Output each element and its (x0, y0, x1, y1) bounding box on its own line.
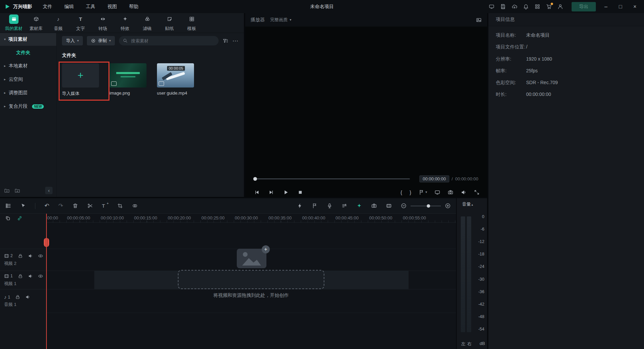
voiceover-icon[interactable] (327, 203, 332, 209)
link-icon[interactable] (17, 216, 22, 221)
tab-effects[interactable]: 特效 (115, 14, 135, 32)
tab-my-media[interactable]: 我的素材 (3, 14, 24, 32)
add-text-icon[interactable]: T+ (102, 203, 108, 209)
track-header-video-2[interactable]: 2 视频 2 (0, 249, 46, 271)
sidebar-item-compound-clip[interactable]: ▸ 复合片段 NEW (0, 100, 56, 113)
tab-templates[interactable]: 模板 (181, 14, 202, 32)
video-thumbnail[interactable]: 00:00:05 (157, 63, 194, 88)
apps-grid-icon[interactable] (535, 4, 540, 9)
play-icon[interactable] (283, 189, 289, 195)
import-media-thumb[interactable]: + (62, 63, 99, 88)
sidebar-item-local-media[interactable]: ▸ 本地素材 (0, 59, 56, 73)
fullscreen-icon[interactable] (474, 189, 480, 195)
marker-icon[interactable] (312, 203, 318, 209)
export-button[interactable]: 导出 (572, 2, 596, 11)
stop-icon[interactable] (297, 189, 303, 195)
speaker-icon[interactable] (461, 189, 466, 195)
import-button[interactable]: 导入 ▾ (62, 36, 83, 45)
preview-image-icon[interactable] (476, 17, 482, 23)
sidebar-item-cloud[interactable]: ▸ 云空间 (0, 73, 56, 86)
more-options-icon[interactable]: ⋯ (232, 37, 238, 44)
mark-out-icon[interactable]: } (410, 189, 411, 195)
zoom-out-icon[interactable] (401, 203, 407, 209)
tab-filters[interactable]: 滤镜 (137, 14, 158, 32)
menu-view[interactable]: 视图 (107, 4, 117, 10)
delete-icon[interactable] (72, 203, 78, 209)
second-screen-icon[interactable] (434, 189, 440, 195)
track-header-audio-1[interactable]: ♪1 音频 1 (0, 289, 46, 313)
minimize-button[interactable]: – (602, 4, 610, 10)
visibility-eye-icon[interactable] (38, 274, 43, 279)
timeline-drop-zone[interactable] (178, 270, 324, 289)
seek-knob[interactable] (253, 177, 257, 181)
display-mode-icon[interactable] (489, 4, 494, 9)
sidebar-item-folder[interactable]: 文件夹 (0, 46, 56, 59)
playhead-line[interactable] (46, 214, 47, 349)
import-media-tile[interactable]: + 导入媒体 (62, 63, 99, 97)
notification-icon[interactable] (523, 4, 529, 9)
timeline-lanes[interactable]: + 将视频和资源拖拽到此处，开始创作 (46, 222, 456, 349)
cart-icon[interactable] (546, 4, 552, 9)
marker-dropdown[interactable]: ▾ (419, 189, 427, 195)
smart-cut-icon[interactable] (356, 203, 362, 209)
lock-icon[interactable] (15, 294, 20, 300)
record-button[interactable]: 录制 ▾ (87, 36, 115, 45)
menu-tools[interactable]: 工具 (86, 4, 95, 10)
redo-icon[interactable]: ↷ (58, 203, 63, 209)
tab-text[interactable]: T 文字 (70, 14, 91, 32)
color-match-icon[interactable] (132, 203, 138, 209)
sidebar-item-adjustment-layer[interactable]: ▸ 调整图层 (0, 86, 56, 100)
delete-folder-icon[interactable] (14, 188, 20, 194)
menu-file[interactable]: 文件 (43, 4, 52, 10)
track-manager-icon[interactable] (5, 203, 11, 209)
new-folder-icon[interactable] (4, 188, 10, 194)
tab-transitions[interactable]: 转场 (92, 14, 113, 32)
snapshot-camera-icon[interactable] (371, 203, 377, 209)
image-thumbnail[interactable] (109, 63, 147, 88)
upload-cloud-icon[interactable] (512, 4, 517, 9)
visibility-eye-icon[interactable] (38, 253, 43, 258)
render-preview-icon[interactable] (297, 203, 303, 209)
tab-stickers[interactable]: 贴纸 (159, 14, 180, 32)
timeline-ruler[interactable]: 00:00 00:00:05:00 00:00:10:00 00:00:15:0… (46, 214, 456, 223)
zoom-slider-knob[interactable] (427, 204, 430, 208)
account-icon[interactable] (557, 4, 563, 9)
mark-in-icon[interactable]: { (400, 189, 402, 195)
snapshot-icon[interactable] (448, 189, 453, 195)
volume-meter-header[interactable]: 音量▴ (457, 201, 478, 207)
mute-speaker-icon[interactable] (28, 253, 33, 258)
menu-help[interactable]: 帮助 (129, 4, 138, 10)
tab-stock-library[interactable]: 素材库 (26, 14, 46, 32)
timeline-zoom-slider[interactable] (411, 204, 441, 208)
sidebar-item-project-media[interactable]: ▾ 项目素材 (0, 33, 56, 46)
search-box[interactable] (119, 36, 219, 45)
quality-dropdown[interactable]: 完整画质 ▾ (270, 17, 291, 23)
save-icon[interactable] (500, 4, 506, 9)
crop-icon[interactable] (117, 203, 123, 209)
track-header-video-1[interactable]: 1 视频 1 (0, 271, 46, 289)
maximize-button[interactable]: □ (616, 4, 625, 10)
undo-icon[interactable]: ↶ (44, 203, 49, 209)
media-item-video[interactable]: 00:00:05 user guide.mp4 (157, 63, 194, 97)
tab-audio[interactable]: ♪ 音频 (48, 14, 69, 32)
zoom-in-icon[interactable] (445, 203, 451, 209)
select-tool-icon[interactable] (20, 203, 26, 209)
collapse-sidebar-button[interactable]: ‹ (45, 187, 53, 194)
menu-edit[interactable]: 编辑 (64, 4, 74, 10)
step-forward-icon[interactable] (268, 189, 274, 195)
lock-icon[interactable] (18, 274, 23, 279)
filter-sort-icon[interactable] (223, 38, 228, 44)
media-item-image[interactable]: image.png (109, 63, 147, 97)
mute-speaker-icon[interactable] (28, 274, 33, 279)
freeze-frame-icon[interactable] (386, 203, 392, 209)
playhead-handle[interactable] (44, 238, 49, 247)
lock-icon[interactable] (18, 253, 23, 258)
search-input[interactable] (130, 38, 215, 44)
split-scissors-icon[interactable] (87, 203, 93, 209)
close-button[interactable]: × (631, 4, 639, 10)
seek-bar[interactable] (254, 178, 410, 179)
beat-detection-icon[interactable] (342, 203, 347, 209)
step-back-icon[interactable] (254, 189, 260, 195)
duplicate-icon[interactable] (5, 216, 10, 221)
mute-speaker-icon[interactable] (25, 294, 30, 300)
